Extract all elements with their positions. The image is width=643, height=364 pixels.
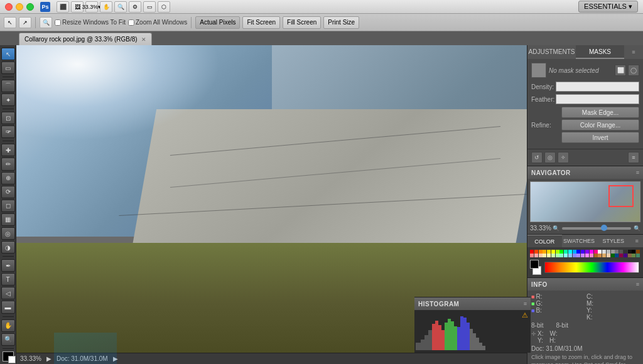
swatch[interactable]	[636, 254, 640, 257]
tool-icon-3[interactable]: ✋	[100, 1, 112, 13]
fit-screen-button[interactable]: Fit Screen	[242, 16, 280, 29]
zoom-tool[interactable]: 🔍	[1, 333, 15, 346]
swatch[interactable]	[632, 254, 635, 257]
masks-bottom-icon-2[interactable]: ◎	[544, 152, 556, 163]
swatch[interactable]	[568, 254, 572, 257]
cursor-tool[interactable]: ↗	[19, 17, 31, 28]
navigator-slider[interactable]	[562, 227, 631, 230]
swatches-tab[interactable]: SWATCHES	[562, 235, 597, 247]
foreground-color-swatch[interactable]	[530, 260, 539, 269]
masks-top: No mask selected ⬜ ◯	[531, 63, 639, 78]
vector-mask-button[interactable]: ◯	[628, 65, 639, 76]
info-header[interactable]: INFO ≡	[527, 278, 643, 291]
swatch[interactable]	[543, 254, 546, 257]
healing-tool[interactable]: ✚	[1, 144, 15, 156]
zoom-out-icon[interactable]: 🔍	[553, 225, 559, 232]
tool-icon-1[interactable]: ⬛	[57, 1, 69, 13]
swatch[interactable]	[551, 254, 555, 257]
resize-windows-checkbox[interactable]	[55, 19, 61, 26]
swatch[interactable]	[615, 254, 619, 257]
feather-input[interactable]	[556, 94, 639, 104]
styles-tab[interactable]: STYLES	[596, 235, 630, 247]
navigator-slider-thumb[interactable]	[601, 225, 607, 231]
navigator-controls: 33.33% 🔍 🔍	[530, 225, 640, 232]
lasso-tool[interactable]: ⌒	[1, 80, 15, 92]
masks-tab[interactable]: MASKS	[576, 45, 624, 59]
mask-edge-button[interactable]: Mask Edge...	[561, 107, 639, 118]
tool-icon-4[interactable]: 🔍	[114, 1, 127, 13]
brush-tool[interactable]: ✏	[1, 158, 15, 170]
eraser-tool[interactable]: ◻	[1, 200, 15, 212]
masks-bottom-icon-3[interactable]: ✧	[558, 152, 569, 163]
swatch[interactable]	[619, 254, 623, 257]
pixel-mask-button[interactable]: ⬜	[615, 65, 626, 76]
dodge-tool[interactable]: ◑	[1, 241, 15, 254]
swatch[interactable]	[573, 254, 576, 257]
hand-tool[interactable]: ✋	[1, 319, 15, 332]
panel-options-icon[interactable]: ≡	[624, 45, 643, 59]
eyedropper-tool[interactable]: 🖙	[1, 126, 15, 138]
marquee-tool[interactable]: ▭	[1, 62, 15, 74]
file-tab[interactable]: Collaroy rock pool.jpg @ 33.3% (RGB/8) ✕	[19, 33, 152, 45]
maximize-button[interactable]	[26, 3, 34, 11]
swatch[interactable]	[581, 254, 585, 257]
invert-button[interactable]: Invert	[561, 132, 639, 143]
type-tool[interactable]: T	[1, 273, 15, 286]
wand-tool[interactable]: ✦	[1, 94, 15, 106]
minimize-button[interactable]	[16, 3, 23, 11]
zoom-small-icon[interactable]: 🔍	[40, 17, 52, 28]
swatch[interactable]	[602, 254, 606, 257]
color-spectrum-bar[interactable]	[544, 262, 639, 273]
swatch[interactable]	[598, 254, 602, 257]
swatch[interactable]	[576, 254, 580, 257]
tab-close-button[interactable]: ✕	[141, 36, 146, 43]
navigator-header[interactable]: NAVIGATOR ≡	[527, 166, 643, 179]
histogram-header[interactable]: HISTOGRAM ≡	[414, 297, 531, 310]
swatch[interactable]	[590, 254, 593, 257]
swatch[interactable]	[556, 254, 559, 257]
swatch[interactable]	[547, 254, 551, 257]
swatches-grid	[529, 249, 642, 259]
swatch[interactable]	[624, 254, 627, 257]
tool-icon-6[interactable]: ▭	[143, 1, 156, 13]
density-input[interactable]	[556, 82, 639, 92]
color-range-button[interactable]: Color Range...	[561, 119, 639, 131]
swatch[interactable]	[611, 254, 615, 257]
pen-tool[interactable]: ✒	[1, 259, 15, 272]
blur-tool[interactable]: ◎	[1, 227, 15, 240]
foreground-color[interactable]	[3, 351, 14, 361]
swatch[interactable]	[559, 254, 563, 257]
color-panel-options[interactable]: ≡	[630, 235, 643, 247]
adjustments-tab[interactable]: ADJUSTMENTS	[527, 45, 576, 59]
swatch[interactable]	[539, 254, 543, 257]
path-tool[interactable]: ◁	[1, 287, 15, 299]
close-button[interactable]	[5, 3, 13, 11]
history-tool[interactable]: ⟳	[1, 186, 15, 198]
background-color[interactable]	[8, 356, 16, 363]
swatch[interactable]	[585, 254, 589, 257]
actual-pixels-button[interactable]: Actual Pixels	[195, 16, 240, 29]
swatch[interactable]	[530, 254, 534, 257]
tool-icon-7[interactable]: ⬡	[158, 1, 170, 13]
swatch[interactable]	[628, 254, 632, 257]
clone-tool[interactable]: ⊕	[1, 172, 15, 185]
tool-icon-5[interactable]: ⚙	[129, 1, 141, 13]
zoom-select tool-select[interactable]: 33.3%▾	[85, 1, 98, 13]
crop-tool[interactable]: ⊡	[1, 112, 15, 124]
swatch[interactable]	[594, 254, 598, 257]
masks-bottom-icon-4[interactable]: ≡	[628, 152, 639, 163]
arrow-tool[interactable]: ↖	[4, 17, 16, 28]
print-size-button[interactable]: Print Size	[323, 16, 359, 29]
gradient-tool[interactable]: ▦	[1, 213, 15, 226]
swatch[interactable]	[564, 254, 568, 257]
essentials-button[interactable]: ESSENTIALS ▾	[578, 1, 638, 13]
fill-screen-button[interactable]: Fill Screen	[283, 16, 321, 29]
shape-tool[interactable]: ▬	[1, 301, 15, 313]
masks-bottom-icon-1[interactable]: ↺	[531, 152, 543, 163]
move-tool[interactable]: ↖	[1, 48, 15, 60]
zoom-in-icon[interactable]: 🔍	[634, 225, 640, 232]
zoom-all-checkbox[interactable]	[128, 19, 134, 26]
swatch[interactable]	[534, 254, 538, 257]
color-tab[interactable]: COLOR	[527, 235, 562, 247]
swatch[interactable]	[607, 254, 610, 257]
